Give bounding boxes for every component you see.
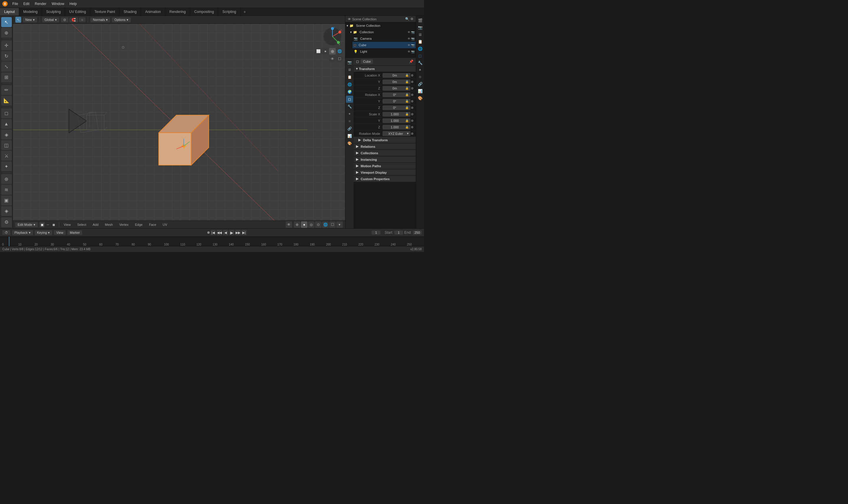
viewport-mode-dropdown[interactable]: New ▾ <box>23 17 37 22</box>
props-tab-constraints[interactable]: 🔗 <box>346 125 353 132</box>
cube-eye-icon[interactable]: 👁 <box>408 43 411 47</box>
outliner-collection[interactable]: ▾ 📁 Collection 👁 📷 <box>349 29 416 35</box>
outliner-filter-icon[interactable]: ⚙ <box>411 17 413 21</box>
location-y-value[interactable]: 0m 🔒 <box>382 79 411 84</box>
camera-eye-icon[interactable]: 👁 <box>408 37 411 40</box>
normals-dropdown[interactable]: Normals ▾ <box>90 17 110 22</box>
rotation-mode-value[interactable]: XYZ Euler ▾ <box>382 131 411 136</box>
wireframe-btn[interactable]: ⬜ <box>315 48 322 54</box>
transform-icon[interactable]: ⊕ <box>294 221 300 228</box>
tab-animation[interactable]: Animation <box>141 8 165 16</box>
uv-menu-btn[interactable]: UV <box>161 222 169 227</box>
tool-polypen[interactable]: ✦ <box>1 161 12 171</box>
snap-overlay-btn[interactable]: 👁 <box>286 221 292 228</box>
prev-keyframe-btn[interactable]: ◀◀ <box>217 230 222 235</box>
tool-loop-cut[interactable]: ◫ <box>1 140 12 150</box>
vertex-menu-btn[interactable]: Vertex <box>117 222 131 227</box>
outliner-scene-collection[interactable]: ▾ 📁 Scene Collection <box>345 22 416 29</box>
camera-perspective-btn[interactable]: ● <box>301 221 307 228</box>
timeline-ruler[interactable]: 0 10 20 30 40 50 60 70 80 90 100 110 120… <box>0 237 424 246</box>
rotation-x-value[interactable]: 0° 🔒 <box>382 92 411 97</box>
record-btn[interactable] <box>207 231 210 234</box>
view-dropdown-timeline[interactable]: View <box>54 230 66 235</box>
mesh-menu-btn[interactable]: Mesh <box>103 222 115 227</box>
props-tab-render[interactable]: 📷 <box>346 59 353 66</box>
custom-props-section-header[interactable]: ▶ Custom Properties <box>354 176 416 182</box>
props-tab-material[interactable]: 🎨 <box>346 140 353 147</box>
select-menu-btn[interactable]: Select <box>75 222 89 227</box>
viewlayer-icon[interactable]: 📋 <box>417 38 423 45</box>
face-menu-btn[interactable]: Face <box>147 222 158 227</box>
props-tab-physics[interactable]: ⚛ <box>346 118 353 125</box>
material-preview-btn[interactable]: ⊙ <box>315 221 322 228</box>
tool-knife[interactable]: ⚔ <box>1 151 12 161</box>
edge-menu-btn[interactable]: Edge <box>132 222 145 227</box>
viewport-display-section-header[interactable]: ▶ Viewport Display <box>354 169 416 176</box>
location-y-lock[interactable]: 🔒 <box>405 80 409 83</box>
menu-file[interactable]: File <box>10 1 20 6</box>
next-keyframe-btn[interactable]: ▶▶ <box>235 230 240 235</box>
tab-sculpting[interactable]: Sculpting <box>42 8 65 16</box>
menu-window[interactable]: Window <box>49 1 67 6</box>
menu-edit[interactable]: Edit <box>21 1 32 6</box>
tool-shear[interactable]: ◈ <box>1 206 12 216</box>
props-tab-scene[interactable]: 🌐 <box>346 81 353 88</box>
render-preview-btn[interactable]: 🌐 <box>322 221 329 228</box>
props-tab-output[interactable]: 🖥 <box>346 66 353 73</box>
location-x-lock[interactable]: 🔒 <box>405 74 409 77</box>
tool-bevel[interactable]: ◈ <box>1 129 12 140</box>
pivot-point-btn[interactable]: ⊙ <box>61 17 68 22</box>
menu-help[interactable]: Help <box>67 1 79 6</box>
tool-options[interactable]: ⚙ <box>1 217 12 227</box>
particles-icon[interactable]: ✦ <box>417 67 423 73</box>
jump-end-btn[interactable]: ▶| <box>241 230 247 235</box>
timeline-mode-icon[interactable]: ⏱ <box>2 230 10 235</box>
pin-icon[interactable]: 📌 <box>409 59 413 64</box>
vertex-mode-btn[interactable]: ▣ <box>39 222 45 227</box>
location-y-dot[interactable] <box>411 81 413 83</box>
object-name-dropdown[interactable]: Cube <box>361 59 373 64</box>
tool-extrude[interactable]: ▲ <box>1 119 12 129</box>
constraints-icon[interactable]: 🔗 <box>417 81 423 87</box>
tab-layout[interactable]: Layout <box>0 8 19 16</box>
start-frame[interactable]: 1 <box>394 231 403 235</box>
edge-mode-btn[interactable]: ─ <box>46 222 51 227</box>
location-z-lock[interactable]: 🔒 <box>405 87 409 90</box>
outliner-camera[interactable]: 📷 Camera 👁 📷 <box>353 35 416 42</box>
overlays-btn[interactable]: 👁 <box>329 56 336 62</box>
tool-spin[interactable]: ⊛ <box>1 174 12 184</box>
light-eye-icon[interactable]: 👁 <box>408 50 411 53</box>
tab-modeling[interactable]: Modeling <box>19 8 42 16</box>
rotation-x-dot[interactable] <box>411 94 413 96</box>
scale-x-value[interactable]: 1.000 🔒 <box>382 112 411 116</box>
data-icon[interactable]: 📊 <box>417 88 423 94</box>
marker-dropdown[interactable]: Marker <box>68 230 82 235</box>
modifier-icon[interactable]: 🔧 <box>417 59 423 66</box>
collection-render-icon[interactable]: 📷 <box>411 31 415 34</box>
face-mode-btn[interactable]: ◼ <box>51 222 56 227</box>
xray-btn2[interactable]: ☐ <box>329 221 336 228</box>
snap-btn[interactable]: 🧲 <box>69 17 78 22</box>
xray-btn[interactable]: ☐ <box>336 56 343 62</box>
light-render-icon[interactable]: 📷 <box>411 50 415 53</box>
edit-mode-dropdown[interactable]: Edit Mode ▾ <box>15 222 38 227</box>
outliner-cube[interactable]: ◻ Cube 👁 📷 <box>353 42 416 48</box>
tab-texture-paint[interactable]: Texture Paint <box>90 8 120 16</box>
playback-dropdown[interactable]: Playback ▾ <box>12 230 33 235</box>
tab-uv-editing[interactable]: UV Editing <box>65 8 90 16</box>
props-tab-particles[interactable]: ✦ <box>346 110 353 118</box>
scale-z-lock[interactable]: 🔒 <box>405 125 409 129</box>
object-icon[interactable]: ◻ <box>417 52 423 59</box>
output-icon[interactable]: 🖥 <box>417 31 423 38</box>
viewport-mode-icon[interactable]: ↖ <box>15 17 21 23</box>
tool-select[interactable]: ↖ <box>1 17 12 27</box>
rotation-y-dot[interactable] <box>411 100 413 103</box>
transform-section-header[interactable]: ▾ Transform <box>354 66 416 72</box>
outliner-light[interactable]: 💡 Light 👁 📷 <box>353 48 416 55</box>
rendered-btn[interactable]: 🌐 <box>336 48 343 54</box>
location-x-value[interactable]: 0m 🔒 <box>382 73 411 78</box>
props-tab-modifiers[interactable]: 🔧 <box>346 103 353 110</box>
tool-cursor[interactable]: ⊕ <box>1 28 12 38</box>
scale-y-value[interactable]: 1.000 🔒 <box>382 118 411 123</box>
props-tab-object[interactable]: ◻ <box>346 96 353 103</box>
